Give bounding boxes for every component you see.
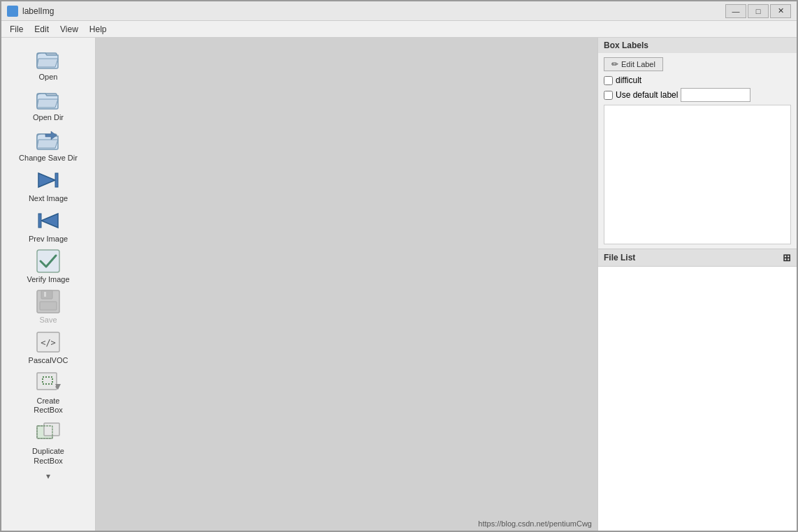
app-icon [7, 6, 18, 17]
edit-label-button[interactable]: ✏ Edit Label [604, 57, 663, 71]
sidebar-item-open-dir[interactable]: Open Dir [1, 84, 95, 124]
difficult-label: difficult [616, 75, 641, 85]
edit-menu[interactable]: Edit [29, 21, 55, 37]
open-icon [36, 46, 61, 71]
sidebar-item-verify-image[interactable]: Verify Image [1, 246, 95, 286]
svg-rect-11 [40, 302, 57, 310]
file-list-section: File List ⊞ [598, 249, 797, 531]
save-icon [36, 289, 61, 314]
default-label-input[interactable] [681, 88, 750, 102]
file-list-icon: ⊞ [783, 252, 791, 263]
verify-image-icon [36, 249, 61, 274]
minimize-button[interactable]: — [725, 4, 746, 18]
sidebar-item-save[interactable]: Save [1, 286, 95, 327]
close-button[interactable]: ✕ [770, 4, 791, 18]
sidebar-scroll-down[interactable]: ▾ [43, 468, 53, 484]
window-title: labelImg [22, 6, 54, 16]
right-panel: Box Labels ✏ Edit Label difficult Use de… [597, 38, 797, 531]
box-labels-title: Box Labels [604, 40, 648, 50]
svg-rect-15 [37, 373, 57, 390]
save-label: Save [39, 316, 57, 324]
sidebar-item-open[interactable]: Open [1, 43, 95, 84]
svg-marker-6 [41, 214, 58, 228]
use-default-label-checkbox[interactable] [604, 91, 613, 100]
pencil-icon: ✏ [611, 59, 618, 69]
duplicate-rect-box-label: DuplicateRectBox [32, 447, 64, 465]
canvas-area[interactable]: https://blog.csdn.net/pentiumCwg [96, 38, 597, 531]
prev-image-icon [36, 208, 61, 233]
sidebar-item-next-image[interactable]: Next Image [1, 165, 95, 205]
svg-rect-20 [44, 423, 59, 436]
box-labels-section: Box Labels ✏ Edit Label difficult Use de… [598, 38, 797, 249]
difficult-checkbox[interactable] [604, 76, 613, 85]
sidebar-item-prev-image[interactable]: Prev Image [1, 205, 95, 246]
scroll-down-arrow: ▾ [46, 471, 50, 481]
prev-image-label: Prev Image [29, 235, 68, 243]
change-save-dir-label: Change Save Dir [19, 154, 78, 162]
watermark: https://blog.csdn.net/pentiumCwg [478, 519, 592, 528]
sidebar: Open Open Dir [1, 38, 96, 531]
file-list-header: File List ⊞ [598, 249, 797, 266]
file-list-content[interactable] [598, 266, 797, 531]
next-image-label: Next Image [29, 194, 68, 202]
sidebar-item-duplicate-rect-box[interactable]: DuplicateRectBox [1, 418, 95, 468]
svg-marker-4 [38, 173, 55, 187]
next-image-icon [36, 168, 61, 193]
create-rect-box-icon [36, 370, 61, 395]
pascal-voc-icon: </> [36, 330, 61, 355]
open-dir-label: Open Dir [33, 113, 64, 121]
svg-rect-7 [38, 214, 41, 228]
sidebar-item-pascal-voc[interactable]: </> PascalVOC [1, 327, 95, 367]
box-labels-header: Box Labels [598, 38, 797, 53]
sidebar-item-change-save-dir[interactable]: Change Save Dir [1, 124, 95, 165]
file-list-title: File List [604, 253, 635, 263]
main-area: Open Open Dir [1, 38, 797, 531]
pascal-voc-label: PascalVOC [29, 356, 68, 364]
svg-rect-10 [41, 290, 52, 299]
menu-bar: File Edit View Help [1, 21, 797, 38]
svg-rect-12 [44, 292, 46, 297]
svg-rect-5 [55, 173, 58, 187]
duplicate-rect-box-icon [36, 420, 61, 445]
box-labels-content: ✏ Edit Label difficult Use default label [598, 53, 797, 249]
svg-text:</>: </> [41, 338, 56, 348]
title-bar-left: labelImg [7, 6, 54, 17]
title-bar: labelImg — □ ✕ [1, 1, 797, 21]
window-controls: — □ ✕ [725, 4, 791, 18]
create-rect-box-label: CreateRectBox [34, 397, 63, 415]
open-dir-icon [36, 87, 61, 112]
sidebar-item-create-rect-box[interactable]: CreateRectBox [1, 367, 95, 418]
change-save-dir-icon [36, 127, 61, 152]
help-menu[interactable]: Help [84, 21, 113, 37]
edit-label-text: Edit Label [621, 60, 655, 68]
file-menu[interactable]: File [4, 21, 29, 37]
use-default-label-text: Use default label [616, 90, 678, 100]
open-label: Open [39, 73, 58, 81]
verify-image-label: Verify Image [27, 275, 69, 283]
view-menu[interactable]: View [55, 21, 84, 37]
difficult-row: difficult [604, 75, 791, 85]
main-window: labelImg — □ ✕ File Edit View Help [0, 0, 798, 532]
maximize-button[interactable]: □ [748, 4, 769, 18]
labels-list[interactable] [604, 105, 791, 244]
use-default-label-row: Use default label [604, 88, 791, 102]
